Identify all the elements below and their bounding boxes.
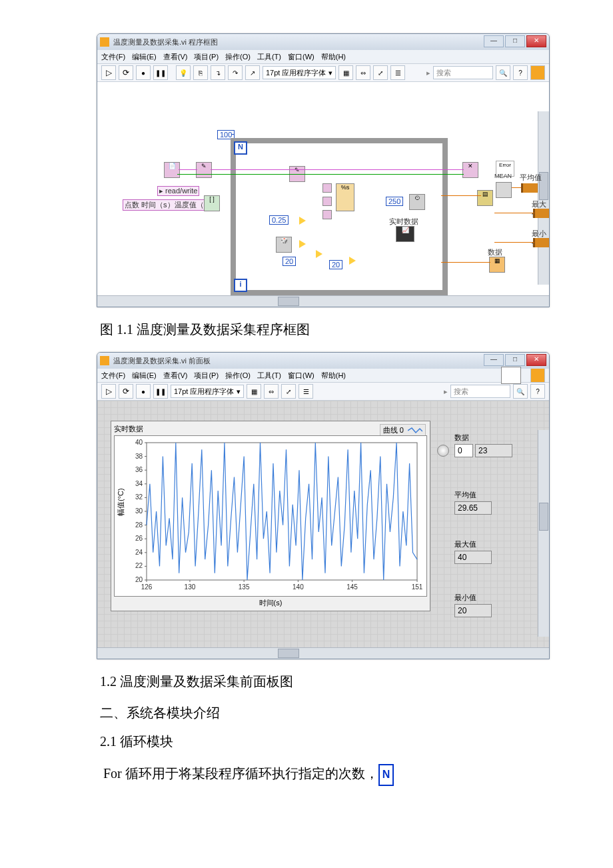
search-input[interactable]: 搜索	[450, 385, 510, 398]
reorder-button[interactable]: ☰	[390, 65, 405, 80]
help-icon[interactable]: ?	[513, 65, 528, 80]
highlight-button[interactable]: 💡	[176, 65, 191, 80]
menu-help[interactable]: 帮助(H)	[321, 371, 346, 381]
horizontal-scrollbar[interactable]	[97, 647, 549, 659]
string-const-2[interactable]	[322, 197, 332, 206]
maximize-button[interactable]: □	[505, 35, 525, 47]
const-250[interactable]: 250	[386, 197, 403, 206]
data-value[interactable]: 23	[475, 444, 512, 457]
front-panel-canvas[interactable]: www.bdocx.com 实时数据 曲线 0 2022242628303234…	[97, 401, 549, 647]
step-over-button[interactable]: ↷	[228, 65, 243, 80]
abort-button[interactable]: ●	[136, 384, 151, 399]
data-index-value[interactable]: 0	[454, 444, 473, 457]
menu-project[interactable]: 项目(P)	[194, 52, 219, 62]
plot-area: 2022242628303234363840126130135140145151…	[114, 435, 427, 597]
array-const-node[interactable]: [ ]	[204, 195, 220, 211]
for-n-terminal: N	[234, 141, 247, 155]
waveform-chart[interactable]: 实时数据 曲线 0 202224262830323436384012613013…	[111, 421, 430, 611]
avg-value: 29.65	[454, 501, 492, 515]
svg-text:28: 28	[135, 521, 143, 529]
menu-file[interactable]: 文件(F)	[101, 52, 125, 62]
menu-tools[interactable]: 工具(T)	[257, 371, 281, 381]
align-button[interactable]: ▦	[247, 384, 261, 399]
horizontal-scrollbar[interactable]	[97, 295, 549, 307]
run-button[interactable]: ▷	[101, 65, 116, 80]
connector-pane-icon[interactable]	[501, 367, 521, 384]
step-out-button[interactable]: ↗	[245, 65, 260, 80]
const-20a[interactable]: 20	[283, 257, 296, 266]
step-into-button[interactable]: ↴	[211, 65, 225, 80]
max-indicator[interactable]	[533, 209, 549, 218]
retain-button[interactable]: ⎘	[193, 65, 208, 80]
menu-project[interactable]: 项目(P)	[194, 371, 219, 381]
add-node[interactable]	[316, 250, 322, 258]
const-20b[interactable]: 20	[329, 260, 342, 269]
run-continuous-button[interactable]: ⟳	[119, 384, 133, 399]
resize-button[interactable]: ⤢	[281, 384, 296, 399]
resize-button[interactable]: ⤢	[373, 65, 388, 80]
close-button[interactable]: ✕	[526, 354, 546, 366]
string-const-3[interactable]	[322, 210, 332, 219]
vertical-scrollbar[interactable]	[538, 111, 549, 285]
reorder-button[interactable]: ☰	[299, 384, 313, 399]
menu-edit[interactable]: 编辑(E)	[132, 52, 157, 62]
format-string-node[interactable]: %s	[336, 183, 354, 211]
search-input[interactable]: 搜索	[433, 66, 493, 79]
figure-1-2-caption: 1.2 温度测量及数据采集前面板图	[100, 673, 513, 691]
data-array-indicator[interactable]: ▦	[489, 257, 505, 273]
maximize-button[interactable]: □	[505, 354, 525, 366]
avg-label: 平均值	[520, 173, 542, 183]
search-icon[interactable]: 🔍	[513, 384, 528, 399]
menu-window[interactable]: 窗口(W)	[288, 371, 314, 381]
menu-view[interactable]: 查看(V)	[163, 52, 188, 62]
menu-file[interactable]: 文件(F)	[101, 371, 125, 381]
const-025[interactable]: 0.25	[269, 215, 289, 225]
font-selector[interactable]: 17pt 应用程序字体▾	[171, 385, 244, 398]
font-selector[interactable]: 17pt 应用程序字体▾	[263, 66, 336, 79]
multiply-node[interactable]	[299, 217, 306, 225]
mean-node[interactable]	[496, 182, 512, 198]
menu-edit[interactable]: 编辑(E)	[132, 371, 157, 381]
minimize-button[interactable]: —	[484, 35, 504, 47]
file-open-node[interactable]: 📄	[164, 162, 180, 178]
svg-text:145: 145	[346, 583, 358, 591]
run-continuous-button[interactable]: ⟳	[119, 65, 133, 80]
search-icon[interactable]: 🔍	[496, 65, 510, 80]
for-loop[interactable]: N i ✎ %s 0.25 🎲 20 20 250 ⏲	[231, 138, 448, 295]
abort-button[interactable]: ●	[136, 65, 151, 80]
wait-node[interactable]: ⏲	[409, 194, 425, 210]
add-node-2[interactable]	[349, 257, 356, 265]
vertical-scrollbar[interactable]	[538, 430, 549, 637]
close-button[interactable]: ✕	[526, 35, 546, 47]
avg-field: 平均值 29.65	[454, 490, 492, 515]
file-write-node[interactable]: ✎	[196, 162, 212, 178]
avg-indicator[interactable]	[521, 183, 538, 193]
menu-window[interactable]: 窗口(W)	[288, 52, 314, 62]
menu-operate[interactable]: 操作(O)	[225, 371, 251, 381]
random-node[interactable]: 🎲	[276, 237, 292, 253]
distribute-button[interactable]: ⇔	[356, 65, 370, 80]
minimize-button[interactable]: —	[484, 354, 504, 366]
figure-1-1-caption: 图 1.1 温度测量及数据采集程序框图	[100, 321, 513, 339]
pause-button[interactable]: ❚❚	[153, 65, 168, 80]
menu-tools[interactable]: 工具(T)	[257, 52, 281, 62]
chart-terminal[interactable]: 📈	[396, 226, 414, 242]
mean-text: MEAN	[494, 173, 512, 179]
align-button[interactable]: ▦	[338, 65, 353, 80]
file-close-node[interactable]: ✕	[462, 162, 478, 178]
menu-view[interactable]: 查看(V)	[163, 371, 188, 381]
string-const-1[interactable]	[322, 183, 332, 193]
min-indicator[interactable]	[533, 238, 549, 247]
pause-button[interactable]: ❚❚	[153, 384, 168, 399]
menu-help[interactable]: 帮助(H)	[321, 52, 346, 62]
multiply-node-2[interactable]	[299, 240, 306, 248]
menu-operate[interactable]: 操作(O)	[225, 52, 251, 62]
section-2-1-heading: 2.1 循环模块	[100, 733, 513, 751]
help-icon[interactable]: ?	[530, 384, 545, 399]
build-array-node[interactable]: ▤	[477, 190, 493, 206]
distribute-button[interactable]: ⇔	[264, 384, 279, 399]
array-index-spinner[interactable]	[437, 445, 449, 457]
run-button[interactable]: ▷	[101, 384, 116, 399]
block-diagram-canvas[interactable]: 📄 ✎ ▸ read/write 点数 时间（s）温度值（°c） [ ] 100…	[97, 82, 549, 295]
y-axis-label: 幅值(°C)	[116, 488, 126, 516]
